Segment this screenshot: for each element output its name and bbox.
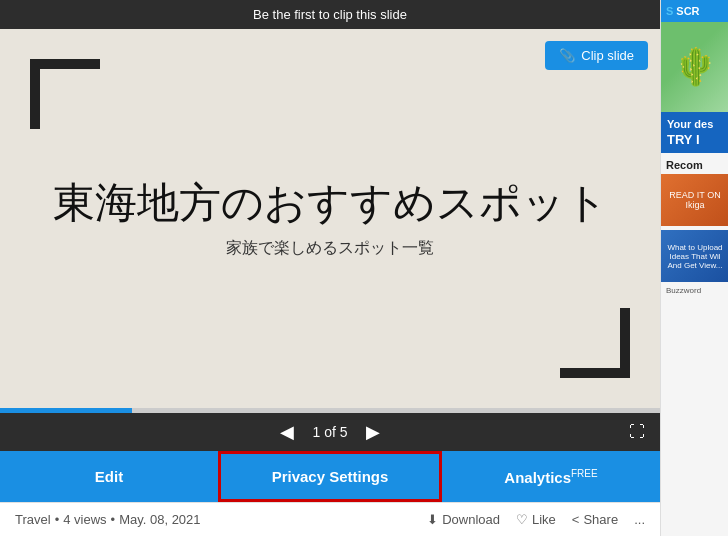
brand-icon: S [666, 5, 673, 17]
sidebar-tag: Buzzword [661, 286, 728, 297]
download-icon: ⬇ [427, 512, 438, 527]
fullscreen-button[interactable]: ⛶ [629, 423, 645, 441]
action-buttons: Edit Privacy Settings AnalyticsFREE [0, 451, 660, 502]
sidebar-ad-cta: TRY I [667, 132, 722, 147]
thumb-1-content: READ IT ON Ikiga [661, 174, 728, 226]
clip-bar: Be the first to clip this slide [0, 0, 660, 29]
page-info: 1 of 5 [312, 424, 347, 440]
clip-bar-text: Be the first to clip this slide [253, 7, 407, 22]
date: May. 08, 2021 [119, 512, 200, 527]
views-count: 4 views [63, 512, 106, 527]
slide-subtitle: 家族で楽しめるスポット一覧 [226, 238, 434, 259]
privacy-settings-button[interactable]: Privacy Settings [218, 451, 442, 502]
bracket-bottom-right [560, 308, 630, 378]
bracket-top-left [30, 59, 100, 129]
slide-content: 東海地方のおすすめスポット 家族で楽しめるスポット一覧 [0, 29, 660, 408]
meta-right: ⬇ Download ♡ Like < Share ... [427, 512, 645, 527]
sidebar-plant-image: 🌵 [661, 22, 728, 112]
sidebar-thumb-2[interactable]: What to Upload Ideas That Wil And Get Vi… [661, 230, 728, 282]
share-icon: < [572, 512, 580, 527]
edit-button[interactable]: Edit [0, 451, 218, 502]
sidebar-recommend-label: Recom [661, 153, 728, 174]
main-content: Be the first to clip this slide 📎 Clip s… [0, 0, 660, 536]
analytics-button[interactable]: AnalyticsFREE [442, 451, 660, 502]
meta-bar: Travel • 4 views • May. 08, 2021 ⬇ Downl… [0, 502, 660, 536]
sidebar: S SCR 🌵 Your des TRY I Recom READ IT ON … [660, 0, 728, 536]
nav-bar: ◀ 1 of 5 ▶ ⛶ [0, 413, 660, 451]
download-link[interactable]: ⬇ Download [427, 512, 500, 527]
share-link[interactable]: < Share [572, 512, 618, 527]
thumb-2-content: What to Upload Ideas That Wil And Get Vi… [661, 230, 728, 282]
sidebar-ad-subtitle: Your des [667, 118, 722, 130]
sidebar-thumb-1[interactable]: READ IT ON Ikiga [661, 174, 728, 226]
prev-slide-button[interactable]: ◀ [270, 421, 304, 443]
sidebar-ad[interactable]: Your des TRY I [661, 112, 728, 153]
meta-left: Travel • 4 views • May. 08, 2021 [15, 512, 201, 527]
cactus-icon: 🌵 [673, 46, 718, 88]
like-link[interactable]: ♡ Like [516, 512, 556, 527]
next-slide-button[interactable]: ▶ [356, 421, 390, 443]
like-icon: ♡ [516, 512, 528, 527]
slide-title: 東海地方のおすすめスポット [53, 178, 608, 228]
sidebar-brand: S SCR [661, 0, 728, 22]
category: Travel [15, 512, 51, 527]
slide-area: 📎 Clip slide 東海地方のおすすめスポット 家族で楽しめるスポット一覧 [0, 29, 660, 408]
more-link[interactable]: ... [634, 512, 645, 527]
